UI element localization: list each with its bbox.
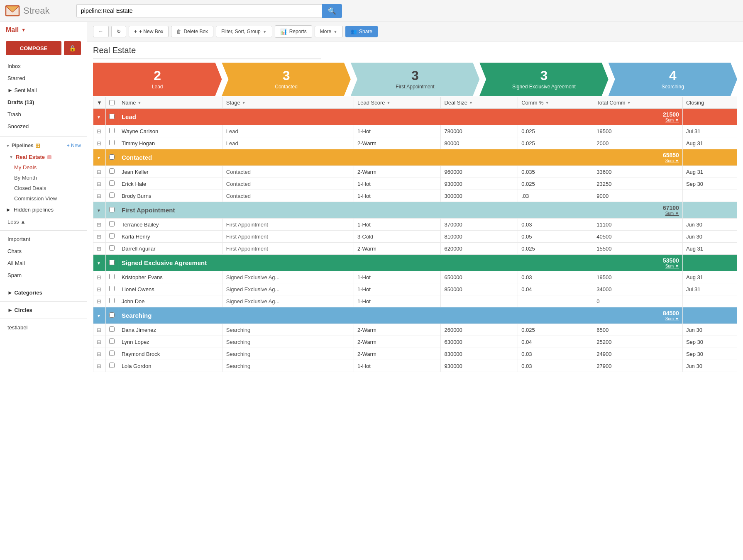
comm-pct-filter-icon[interactable]: ▼ <box>545 101 549 105</box>
mail-label[interactable]: Mail <box>6 26 19 34</box>
row-lead-score[interactable]: 1-Hot <box>354 125 441 137</box>
row-checkbox[interactable] <box>109 286 115 291</box>
row-deal-size[interactable]: 780000 <box>441 125 518 137</box>
row-closing[interactable]: Aug 31 <box>682 166 737 178</box>
row-stage[interactable]: Contacted <box>222 190 354 202</box>
row-comm-pct[interactable]: 0.03 <box>518 219 593 231</box>
sidebar-item-commission-view[interactable]: Commission View <box>0 193 87 204</box>
row-stage[interactable]: Signed Exclusive Ag... <box>222 283 354 295</box>
row-closing[interactable]: Jun 30 <box>682 219 737 231</box>
row-comm-pct[interactable]: 0.025 <box>518 243 593 255</box>
row-lead-score[interactable]: 1-Hot <box>354 271 441 283</box>
pipeline-item-real-estate[interactable]: ▼ Real Estate <box>0 152 87 162</box>
row-name[interactable]: Lola Gordon <box>118 360 222 372</box>
row-lead-score[interactable]: 1-Hot <box>354 283 441 295</box>
sum-label[interactable]: Sum ▼ <box>596 211 679 216</box>
row-expand-icon[interactable]: ⊟ <box>97 222 101 228</box>
row-expand-icon[interactable]: ⊟ <box>97 128 101 134</box>
row-checkbox[interactable] <box>109 351 115 356</box>
row-checkbox[interactable] <box>109 221 115 226</box>
row-expand-icon[interactable]: ⊟ <box>97 351 101 357</box>
sidebar-item-chats[interactable]: Chats <box>0 245 87 257</box>
row-comm-pct[interactable]: 0.03 <box>518 271 593 283</box>
group-toggle[interactable]: ▼ <box>93 149 106 166</box>
row-expand-icon[interactable]: ⊟ <box>97 193 101 199</box>
sidebar-item-all-mail[interactable]: All Mail <box>0 257 87 269</box>
row-closing[interactable]: Jul 31 <box>682 283 737 295</box>
row-stage[interactable]: Searching <box>222 336 354 348</box>
row-stage[interactable]: First Appointment <box>222 219 354 231</box>
sidebar-item-less[interactable]: Less ▲ <box>0 216 87 228</box>
row-total-comm[interactable]: 6500 <box>593 324 683 336</box>
row-closing[interactable]: Jun 30 <box>682 231 737 243</box>
row-deal-size[interactable]: 80000 <box>441 137 518 149</box>
row-name[interactable]: Kristopher Evans <box>118 271 222 283</box>
row-comm-pct[interactable]: .03 <box>518 190 593 202</box>
row-lead-score[interactable]: 1-Hot <box>354 190 441 202</box>
row-expand-icon[interactable]: ⊟ <box>97 298 101 304</box>
row-expand-icon[interactable]: ⊟ <box>97 169 101 175</box>
row-lead-score[interactable]: 2-Warm <box>354 348 441 360</box>
row-comm-pct[interactable]: 0.03 <box>518 360 593 372</box>
row-lead-score[interactable]: 1-Hot <box>354 295 441 307</box>
row-closing[interactable]: Jun 30 <box>682 324 737 336</box>
col-header-icon[interactable]: ▼ <box>93 97 106 109</box>
sidebar-item-starred[interactable]: Starred <box>0 72 87 84</box>
row-checkbox[interactable] <box>109 298 115 303</box>
row-lead-score[interactable]: 1-Hot <box>354 360 441 372</box>
row-lead-score[interactable]: 3-Cold <box>354 231 441 243</box>
row-name[interactable]: Timmy Hogan <box>118 137 222 149</box>
row-lead-score[interactable]: 1-Hot <box>354 219 441 231</box>
delete-box-button[interactable]: 🗑 Delete Box <box>171 26 213 37</box>
total-comm-filter-icon[interactable]: ▼ <box>627 101 631 105</box>
row-stage[interactable]: Searching <box>222 324 354 336</box>
row-checkbox[interactable] <box>109 140 115 145</box>
row-expand-icon[interactable]: ⊟ <box>97 246 101 252</box>
row-expand-icon[interactable]: ⊟ <box>97 234 101 240</box>
row-lead-score[interactable]: 2-Warm <box>354 137 441 149</box>
row-deal-size[interactable]: 300000 <box>441 190 518 202</box>
row-closing[interactable]: Aug 31 <box>682 137 737 149</box>
stage-banner-lead[interactable]: 2 Lead <box>93 63 222 96</box>
row-deal-size[interactable]: 930000 <box>441 178 518 190</box>
row-stage[interactable]: Signed Exclusive Ag... <box>222 271 354 283</box>
row-total-comm[interactable]: 40500 <box>593 231 683 243</box>
row-total-comm[interactable]: 9000 <box>593 190 683 202</box>
row-lead-score[interactable]: 2-Warm <box>354 324 441 336</box>
new-box-button[interactable]: + + New Box <box>129 26 169 37</box>
search-button[interactable]: 🔍 <box>322 4 342 18</box>
row-comm-pct[interactable]: 0.04 <box>518 283 593 295</box>
row-checkbox[interactable] <box>109 180 115 186</box>
row-total-comm[interactable]: 23250 <box>593 178 683 190</box>
row-lead-score[interactable]: 2-Warm <box>354 336 441 348</box>
group-toggle[interactable]: ▼ <box>93 255 106 271</box>
row-lead-score[interactable]: 2-Warm <box>354 166 441 178</box>
group-checkbox[interactable] <box>109 154 115 160</box>
add-new-pipeline[interactable]: + New <box>67 143 81 149</box>
row-lead-score[interactable]: 1-Hot <box>354 178 441 190</box>
name-filter-icon[interactable]: ▼ <box>138 101 142 105</box>
group-toggle[interactable]: ▼ <box>93 202 106 219</box>
row-comm-pct[interactable] <box>518 295 593 307</box>
row-name[interactable]: John Doe <box>118 295 222 307</box>
row-total-comm[interactable]: 2000 <box>593 137 683 149</box>
row-deal-size[interactable]: 850000 <box>441 283 518 295</box>
row-stage[interactable]: Contacted <box>222 178 354 190</box>
group-checkbox[interactable] <box>109 260 115 265</box>
row-deal-size[interactable]: 830000 <box>441 348 518 360</box>
row-stage[interactable]: First Appointment <box>222 231 354 243</box>
row-comm-pct[interactable]: 0.03 <box>518 348 593 360</box>
row-name[interactable]: Karla Henry <box>118 231 222 243</box>
row-closing[interactable]: Jun 30 <box>682 360 737 372</box>
select-all-checkbox[interactable] <box>109 100 115 105</box>
stage-banner-contacted[interactable]: 3 Contacted <box>222 63 350 96</box>
row-closing[interactable]: Sep 30 <box>682 348 737 360</box>
stage-filter-icon[interactable]: ▼ <box>242 101 246 105</box>
sidebar-item-sent[interactable]: ► Sent Mail <box>0 84 87 96</box>
pipelines-header[interactable]: ▼ Pipelines ⊞ + New <box>0 139 87 152</box>
row-total-comm[interactable]: 25200 <box>593 336 683 348</box>
row-stage[interactable]: Searching <box>222 348 354 360</box>
row-total-comm[interactable]: 19500 <box>593 271 683 283</box>
row-comm-pct[interactable]: 0.04 <box>518 336 593 348</box>
row-stage[interactable]: Signed Exclusive Ag... <box>222 295 354 307</box>
